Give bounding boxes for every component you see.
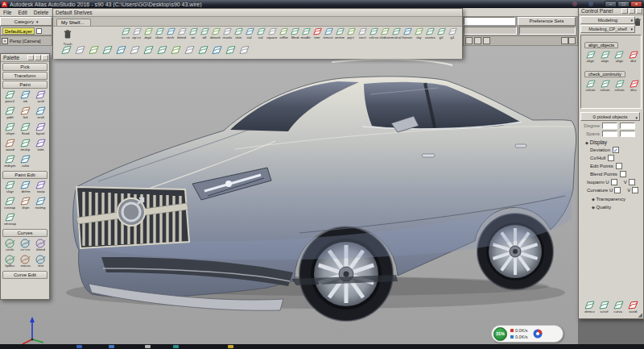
palette-tool[interactable]: nwimg (33, 196, 48, 211)
shelf-tool[interactable] (73, 44, 87, 56)
grid-toggle-icon[interactable] (561, 37, 568, 44)
palette-tool[interactable]: flood (18, 122, 33, 137)
preference-sets-button[interactable]: Preference Sets (518, 17, 576, 26)
cp-tool[interactable]: align (584, 50, 598, 64)
palette-tool[interactable]: shpn (18, 196, 33, 211)
shelf-tool[interactable]: rail (255, 27, 266, 41)
palette-tool[interactable]: shrpn (2, 122, 18, 137)
shelf-tool[interactable] (114, 44, 128, 56)
cp-mode-dropdown[interactable]: Modeling ▾ (580, 16, 635, 24)
degree-v-field[interactable] (620, 123, 635, 129)
palette-tool[interactable]: ersft (33, 106, 48, 121)
shelf-tool[interactable]: revolv (221, 27, 233, 41)
cp-tool[interactable]: disc (627, 79, 641, 93)
cp-tool[interactable]: srfcon (598, 79, 613, 93)
maximize-button[interactable]: □ (617, 1, 630, 7)
palette-window-button[interactable] (35, 55, 41, 60)
palette-tool[interactable]: cvsnap (2, 196, 18, 211)
shelf-tool[interactable]: usetex (424, 27, 436, 41)
v-checkbox[interactable] (629, 179, 635, 185)
shelf-tool[interactable]: ep·cv (131, 27, 142, 41)
menu-delete[interactable]: Delete (31, 10, 52, 15)
palette-window-button[interactable] (42, 55, 48, 60)
display-option-checkbox[interactable] (616, 163, 622, 169)
shelf-tool[interactable]: g1 (447, 27, 458, 41)
palette-tool[interactable]: smsnap (2, 212, 18, 227)
cp-tool[interactable]: srfcon (613, 79, 627, 93)
display-section-header[interactable]: ◆ Display (585, 139, 643, 145)
taskbar-app-icon[interactable] (145, 345, 151, 348)
palette-tool[interactable]: pencil (2, 89, 18, 105)
shelf-tool[interactable]: blend (176, 27, 188, 41)
palette-tool[interactable]: blend (33, 238, 48, 253)
cp-shelf-dropdown[interactable]: Modeling_CP_shelf ▾ (580, 25, 635, 33)
palette-title-bar[interactable]: Palette (1, 54, 49, 62)
palette-tool[interactable]: slayr (2, 180, 18, 195)
shelf-tool[interactable] (237, 44, 251, 56)
resize-handle[interactable]: ◢ (638, 312, 642, 318)
shelf-tool[interactable] (142, 44, 155, 56)
palette-tool[interactable]: wand (2, 138, 18, 153)
palette-tab-curve-edit[interactable]: Curve Edit (2, 271, 47, 279)
cp-bottom-tool[interactable]: sctsrf (597, 300, 611, 315)
shelf-tool[interactable] (60, 44, 73, 56)
layer-row[interactable]: DefaultLayer (0, 26, 52, 35)
cp-bottom-tool[interactable]: curva (611, 300, 625, 315)
camera-row[interactable]: × Persp [Camera] (0, 35, 52, 46)
palette-tool[interactable]: pdift (2, 106, 18, 121)
degree-u-field[interactable] (602, 123, 617, 129)
shelf-tool[interactable] (196, 44, 210, 56)
palette-tool[interactable]: txtm (33, 138, 48, 153)
shelf-tool[interactable]: cv·cv (120, 27, 131, 41)
layer-category-dropdown[interactable]: Category▾ (0, 17, 52, 26)
palette-tool[interactable]: felt (18, 106, 33, 121)
lock-icon[interactable] (465, 37, 473, 44)
palette-tool[interactable]: color (18, 154, 33, 169)
shelf-tool[interactable]: trim (312, 27, 323, 41)
shelf-tool[interactable]: off (199, 27, 210, 41)
minimize-button[interactable]: – (605, 1, 617, 7)
u-checkbox[interactable] (611, 179, 617, 185)
layer-visibility-checkbox[interactable] (36, 28, 42, 34)
taskbar-app-icon[interactable] (109, 345, 114, 348)
shelf-tool[interactable]: srfcsn (368, 27, 379, 41)
perspective-viewport[interactable] (0, 46, 578, 344)
shelf-tool[interactable]: rail (244, 27, 255, 41)
shelf-tool[interactable] (87, 44, 101, 56)
taskbar-app-icon[interactable] (228, 345, 233, 348)
shelf-tool[interactable]: shdnon (379, 27, 390, 41)
palette-tool[interactable]: warp (33, 180, 48, 195)
spans-v-field[interactable] (620, 131, 635, 137)
palette-tool[interactable]: arsft (33, 89, 48, 105)
close-view-icon[interactable]: × (2, 38, 8, 44)
palette-tab-transform[interactable]: Transform (2, 72, 47, 80)
picked-objects-dropdown[interactable]: 0 picked objects ▾ (580, 112, 640, 121)
taskbar-app-icon[interactable] (76, 345, 82, 348)
windows-taskbar[interactable] (0, 344, 644, 349)
palette-tool[interactable]: kpBsc (2, 254, 18, 269)
palette-tool[interactable]: circle (2, 238, 18, 253)
cp-tool[interactable]: dtst (626, 50, 641, 64)
shelf-tool[interactable]: sforv (154, 27, 165, 41)
cp-window-button[interactable] (636, 8, 642, 14)
cp-trash-icon[interactable] (633, 17, 642, 27)
network-monitor-widget[interactable]: 31% 0.0K/s 0.0K/s (491, 325, 564, 343)
shelf-tool[interactable]: detach (210, 27, 221, 41)
palette-tab-paint-edit[interactable]: Paint Edit (2, 171, 47, 179)
shelf-tool[interactable]: skin (233, 27, 244, 41)
shelf-tool[interactable]: srfflet (278, 27, 289, 41)
palette-tab-pick[interactable]: Pick (2, 63, 47, 71)
cp-bottom-tool[interactable]: xfrmcv (582, 300, 597, 315)
control-panel-title-bar[interactable]: Control Panel (579, 7, 643, 15)
palette-tool[interactable]: cv·crv (18, 238, 33, 253)
shelf-tool[interactable]: trmcvt (323, 27, 334, 41)
align-objects-tab[interactable]: align_objects (584, 42, 618, 48)
shelf-tool[interactable]: square (266, 27, 278, 41)
palette-tool[interactable]: text (33, 254, 48, 269)
window-layout-icon[interactable] (474, 37, 481, 44)
shelf-tool[interactable] (101, 44, 114, 56)
taskbar-app-icon[interactable] (173, 345, 179, 348)
spans-u-field[interactable] (602, 131, 617, 137)
shelf-tool[interactable]: strch (165, 27, 176, 41)
shelf-tool[interactable]: on (188, 27, 199, 41)
